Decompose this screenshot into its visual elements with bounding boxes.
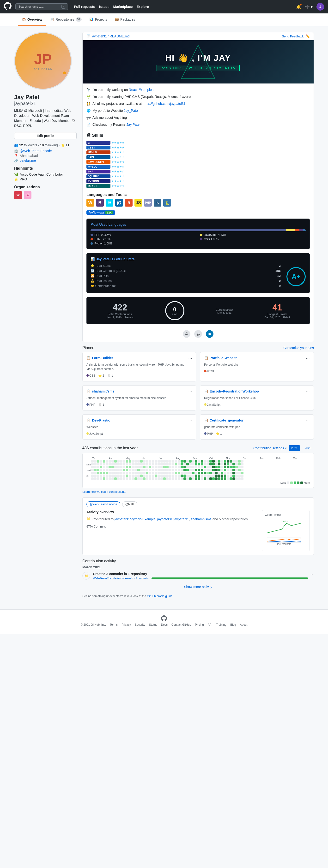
python-bar [303,229,306,231]
card-menu-5[interactable]: ⋯ [188,418,192,423]
contributions-section: 436 contributions in the last year Contr… [82,445,314,494]
longest-streak: 41 Longest Streak Dec 26, 2020 – Feb 4 [265,303,290,319]
css-bar [299,229,303,231]
react-examples-link[interactable]: React-Examples [129,88,153,92]
pro-icon: ⭐ [14,177,18,181]
user-avatar-menu[interactable]: J [317,3,324,10]
org-link[interactable]: @Web-Team-Encode [20,149,52,153]
tool-webpack: W [86,199,94,207]
repo-python-link[interactable]: jaypatel31/Python-Example [115,517,155,521]
footer-security[interactable]: Security [135,623,145,626]
repo-sms-link[interactable]: shahamit/sms [191,517,211,521]
footer-about[interactable]: About [240,623,247,626]
dev-plastic-link[interactable]: 📋 Dev-Plastic [86,418,110,422]
footer-terms[interactable]: Terms [110,623,118,626]
pinned-card-encode: 📋 Encode-RegistrationWorkshop ⋯ Registra… [200,385,314,410]
footer-status[interactable]: Status [149,623,157,626]
portfolio-website-link[interactable]: 📋 Portfolio-Website [204,356,237,360]
org-2[interactable]: 🌸 [24,191,31,199]
social-cc[interactable]: © [183,330,190,338]
meta-website: 🔗 patelay.me [14,159,77,162]
nav-issues[interactable]: Issues [99,5,110,9]
org-btn-mjh[interactable]: @MJH [122,501,137,507]
github-logo[interactable] [4,2,11,11]
website-link[interactable]: patelay.me [20,159,36,162]
profile-guide-note: Seeing something unexpected? Take a look… [82,594,314,598]
nav-marketplace[interactable]: Marketplace [113,5,133,9]
nav-explore[interactable]: Explore [137,5,149,9]
edit-profile-button[interactable]: Edit profile [14,132,77,140]
card-menu-1[interactable]: ⋯ [188,356,192,361]
contribution-settings-link[interactable]: Contribution settings ▾ [253,446,287,450]
activity-content: Activity overview 📁 Contributed to jaypa… [86,510,310,551]
encode-link[interactable]: 📋 Encode-RegistrationWorkshop [204,390,259,393]
pinned-card-portfolio: 📋 Portfolio-Website ⋯ Personal Portfolio… [200,352,314,381]
footer-docs[interactable]: Docs [161,623,168,626]
show-more-activity[interactable]: Show more activity [82,583,314,591]
tool-bootstrap: B [96,199,104,207]
following-count[interactable]: 18 [40,143,44,147]
readme-card: 📄 jaypatel31 / README.md Send Feedback ✏… [82,32,314,342]
social-instagram[interactable]: ◎ [194,330,202,338]
langs-tools-section: Languages and Tools: W B ⚛ jQ 5 JS PHP P… [83,193,314,219]
stars-count[interactable]: 11 [66,143,70,147]
footer: © 2021 GitHub, Inc. Terms Privacy Securi… [0,609,328,634]
stats-card-title: 📊 Jay Patel's GitHub Stats [91,257,306,261]
org-btn-web-team[interactable]: @Web-Team-Encode [86,501,120,507]
social-icons: © ◎ in [83,328,314,342]
skill-react: REACT ★★★☆☆ [86,184,310,188]
sms-link[interactable]: 📋 shahamit/sms [86,390,114,393]
footer-training[interactable]: Training [216,623,227,626]
send-feedback-link[interactable]: Send Feedback [282,35,304,38]
langs-legend: PHP 90.66% JavaScript 4.13% HTML 2.13% [91,233,306,245]
tool-html: 5 [125,199,132,207]
footer-blog[interactable]: Blog [230,623,236,626]
footer-contact[interactable]: Contact GitHub [172,623,191,626]
profile-guide-link[interactable]: GitHub profile guide. [147,594,173,598]
readme-item-1: 🔭 I'm currently working on React-Example… [86,87,310,92]
footer-pricing[interactable]: Pricing [195,623,204,626]
tab-projects[interactable]: 📊 Projects [86,13,111,26]
notification-bell[interactable]: 🔔 [296,5,301,9]
total-contributions: 422 Total Contributions Jan 17, 2020 – P… [107,303,134,319]
cert-link[interactable]: 📋 Certificate_generator [204,418,243,422]
tool-php: PHP [144,199,152,207]
tab-repositories[interactable]: 📋 Repositories 51 [46,13,86,26]
tab-packages[interactable]: 📦 Packages [111,13,139,26]
github-link[interactable]: https://github.com/jaypatel31 [143,102,185,105]
followers-count[interactable]: 12 [19,143,23,147]
tool-js: JS [135,199,142,207]
customize-pins-link[interactable]: Customize your pins [284,346,314,350]
card-menu-2[interactable]: ⋯ [306,356,310,361]
year-2020-btn[interactable]: 2020 [302,445,314,451]
nav-pull-requests[interactable]: Pull requests [74,5,95,9]
contrib-repo-link[interactable]: Web-TeamEncode/encode-web · 3 commits [93,577,149,580]
footer-api[interactable]: API [208,623,212,626]
search-input[interactable]: Search or jump to... / [16,3,68,10]
php-bar [91,229,286,231]
org-1[interactable]: W [14,191,22,199]
learn-contributions-link[interactable]: Learn how we count contributions. [82,490,126,494]
expand-icon[interactable]: ⌄ [311,572,314,580]
activity-section: @Web-Team-Encode @MJH Activity overview … [82,497,314,555]
portfolio-link[interactable]: Jay_Patel [124,109,138,113]
code-review-chart: Code review [262,510,310,551]
tab-overview[interactable]: 🏠 Overview [18,13,46,26]
form-builder-link[interactable]: 📋 Form-Builder [86,356,113,360]
social-linkedin[interactable]: in [206,330,213,338]
year-2021-btn[interactable]: 2021 [289,445,300,451]
card-menu-3[interactable]: ⋯ [188,390,192,394]
repo-jaypatel-link[interactable]: jaypatel31/jaypatel31 [157,517,189,521]
footer-privacy[interactable]: Privacy [121,623,131,626]
readme-item-5: 💬 Ask me about Anything [86,115,310,120]
edit-readme-icon[interactable]: ✏️ [306,34,310,38]
readme-item-3: 👯 All of my projects are available at ht… [86,101,310,106]
skill-html5: HTML5 ★★★★☆ [86,150,310,154]
card-menu-4[interactable]: ⋯ [306,390,310,394]
readme-source-link[interactable]: jaypatel31 / README.md [91,34,130,38]
card-menu-6[interactable]: ⋯ [306,418,310,423]
resume-link[interactable]: Jay Patel [126,123,141,126]
current-streak-circle: 0 days [165,301,184,320]
new-item-plus[interactable]: ➕ ▾ [305,5,312,9]
contribution-activity-section: Contribution activity March 2021 📁 Creat… [82,559,314,591]
